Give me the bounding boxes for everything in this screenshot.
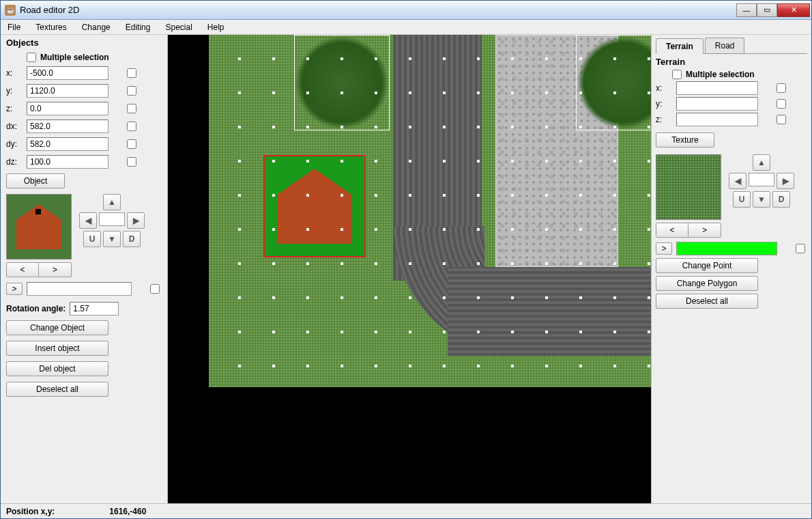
terrain-multiple-selection-label: Multiple selection (686, 70, 755, 79)
color-swatch[interactable] (676, 242, 777, 255)
del-object-button[interactable]: Del object (6, 361, 108, 376)
dz-label: dz: (6, 157, 23, 167)
terrain-panel: Terrain Road Terrain Multiple selection … (651, 35, 811, 503)
tz-label: z: (656, 115, 672, 124)
tnav-left-button[interactable]: ◀ (729, 173, 746, 189)
minimize-button[interactable]: — (736, 3, 757, 17)
y-label: y: (6, 86, 23, 96)
dx-lock[interactable] (127, 122, 136, 131)
z-lock[interactable] (127, 104, 136, 113)
tz-lock[interactable] (777, 115, 786, 124)
nav-down-button[interactable]: ▼ (103, 231, 121, 247)
object-button[interactable]: Object (6, 173, 65, 188)
tnav-up-button[interactable]: ▲ (753, 154, 770, 171)
y-input[interactable] (27, 84, 108, 98)
dz-input[interactable] (27, 155, 108, 169)
terrain-section-title: Terrain (656, 57, 807, 67)
deselect-all-button[interactable]: Deselect all (6, 382, 108, 397)
menubar: File Textures Change Editing Special Hel… (1, 20, 811, 35)
z-label: z: (6, 104, 23, 113)
y-lock[interactable] (127, 86, 136, 96)
color-lock[interactable] (796, 244, 805, 253)
change-point-button[interactable]: Change Point (656, 258, 758, 273)
dz-lock[interactable] (127, 157, 136, 167)
dy-input[interactable] (27, 137, 108, 151)
tab-road[interactable]: Road (705, 38, 745, 53)
terrain-multiple-selection-checkbox[interactable] (672, 70, 682, 79)
tnav-down-button[interactable]: ▼ (753, 191, 770, 208)
menu-editing[interactable]: Editing (121, 21, 155, 33)
insert-object-button[interactable]: Insert object (6, 341, 108, 356)
change-object-button[interactable]: Change Object (6, 320, 108, 335)
change-polygon-button[interactable]: Change Polygon (656, 276, 758, 291)
tx-input[interactable] (676, 81, 758, 95)
menu-textures[interactable]: Textures (31, 21, 70, 33)
tnav-u-button[interactable]: U (733, 191, 751, 208)
window-title: Road editor 2D (20, 5, 736, 15)
object-name-lock[interactable] (150, 284, 160, 294)
tz-input[interactable] (676, 113, 758, 126)
nav-right-button[interactable]: ▶ (127, 212, 145, 229)
statusbar: Position x,y: 1616,-460 (1, 503, 811, 518)
status-value: 1616,-460 (109, 507, 146, 516)
rotation-input[interactable] (70, 302, 119, 315)
x-label: x: (6, 68, 23, 78)
app-icon: ☕ (5, 5, 16, 16)
ty-label: y: (656, 99, 672, 109)
color-prefix-button[interactable]: > (656, 242, 672, 255)
x-input[interactable] (27, 66, 108, 80)
dx-label: dx: (6, 122, 23, 131)
nav-step-input[interactable] (99, 212, 125, 226)
ty-input[interactable] (676, 97, 758, 111)
close-button[interactable]: ✕ (777, 3, 810, 17)
titlebar: ☕ Road editor 2D — ▭ ✕ (1, 1, 811, 20)
tab-terrain[interactable]: Terrain (656, 38, 704, 54)
z-input[interactable] (27, 102, 108, 115)
objects-title: Objects (6, 38, 162, 48)
objects-panel: Objects Multiple selection x: y: z: dx: … (1, 35, 168, 503)
rotation-label: Rotation angle: (6, 304, 66, 313)
texture-next-button[interactable]: > (688, 223, 721, 238)
nav-u-button[interactable]: U (83, 231, 101, 247)
maximize-button[interactable]: ▭ (757, 3, 777, 17)
status-label: Position x,y: (6, 507, 55, 516)
menu-special[interactable]: Special (161, 21, 196, 33)
multiple-selection-checkbox[interactable] (27, 53, 36, 62)
arrow-prefix-button[interactable]: > (6, 283, 23, 295)
canvas[interactable] (168, 35, 651, 503)
dy-lock[interactable] (127, 139, 136, 149)
nav-d-button[interactable]: D (123, 231, 141, 247)
menu-file[interactable]: File (3, 21, 25, 33)
tx-lock[interactable] (777, 83, 786, 93)
texture-thumbnail (656, 154, 721, 220)
object-thumbnail (6, 194, 72, 260)
thumb-prev-button[interactable]: < (6, 262, 39, 277)
nav-up-button[interactable]: ▲ (103, 194, 121, 210)
tnav-d-button[interactable]: D (772, 191, 790, 208)
tnav-step-input[interactable] (749, 173, 774, 186)
tx-label: x: (656, 83, 672, 93)
object-name-input[interactable] (27, 282, 132, 296)
multiple-selection-label: Multiple selection (40, 53, 109, 62)
nav-left-button[interactable]: ◀ (79, 212, 97, 229)
x-lock[interactable] (127, 68, 136, 78)
dy-label: dy: (6, 139, 23, 149)
thumb-next-button[interactable]: > (39, 262, 72, 277)
texture-prev-button[interactable]: < (656, 223, 688, 238)
dx-input[interactable] (27, 120, 108, 133)
terrain-deselect-all-button[interactable]: Deselect all (656, 294, 758, 309)
ty-lock[interactable] (777, 99, 786, 109)
menu-help[interactable]: Help (203, 21, 229, 33)
texture-button[interactable]: Texture (656, 132, 714, 148)
tnav-right-button[interactable]: ▶ (777, 173, 794, 189)
menu-change[interactable]: Change (78, 21, 115, 33)
